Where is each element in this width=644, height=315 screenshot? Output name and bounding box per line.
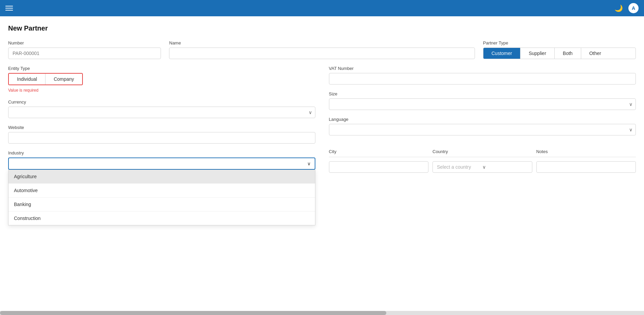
partner-type-label: Partner Type [483, 40, 636, 45]
language-label: Language [329, 117, 636, 122]
website-field-group: Website [8, 125, 315, 144]
partner-type-group: Partner Type Customer Supplier Both Othe… [483, 40, 636, 59]
language-select-wrapper: ∨ [329, 124, 636, 135]
address-section: City Country Notes Select a country ∨ [329, 149, 636, 173]
industry-wrapper: ∨ Agriculture Automotive Banking Constru… [8, 158, 315, 170]
country-placeholder: Select a country [437, 164, 482, 170]
top-bar-right: 🌙 A [614, 3, 639, 13]
page-title: New Partner [8, 24, 636, 32]
dark-mode-icon[interactable]: 🌙 [614, 4, 623, 12]
top-bar-left [5, 6, 13, 11]
entity-type-error: Value is required [8, 88, 315, 93]
size-select[interactable] [329, 98, 636, 110]
entity-type-buttons: Individual Company [8, 73, 83, 85]
right-col: VAT Number Size ∨ Language [329, 66, 636, 173]
name-label: Name [169, 40, 475, 45]
vat-number-label: VAT Number [329, 66, 636, 71]
hamburger-menu[interactable] [5, 6, 13, 11]
entity-type-individual[interactable]: Individual [9, 74, 45, 85]
name-input[interactable] [169, 48, 475, 59]
page-container: New Partner Number Name Partner Type Cus… [0, 16, 644, 315]
dropdown-item-banking[interactable]: Banking [8, 198, 315, 211]
left-col: Entity Type Individual Company Value is … [8, 66, 315, 173]
industry-chevron-icon: ∨ [307, 161, 311, 166]
number-label: Number [8, 40, 161, 45]
website-label: Website [8, 125, 315, 130]
city-field [329, 161, 429, 173]
address-table-header: City Country Notes [329, 149, 636, 157]
partner-type-supplier[interactable]: Supplier [520, 48, 554, 59]
avatar[interactable]: A [628, 3, 639, 13]
dropdown-item-agriculture[interactable]: Agriculture [8, 170, 315, 184]
top-row: Number Name Partner Type Customer Suppli… [8, 40, 636, 59]
country-chevron-icon: ∨ [482, 164, 528, 170]
industry-label: Industry [8, 150, 315, 155]
industry-dropdown: Agriculture Automotive Banking Construct… [8, 170, 315, 225]
entity-type-label: Entity Type [8, 66, 315, 71]
number-input[interactable] [8, 48, 161, 59]
city-header: City [329, 149, 429, 154]
form-section: Entity Type Individual Company Value is … [8, 66, 636, 173]
language-select[interactable] [329, 124, 636, 135]
currency-select-wrapper: ∨ [8, 107, 315, 118]
scrollbar-thumb[interactable] [0, 311, 386, 315]
notes-field [536, 161, 636, 173]
language-field-group: Language ∨ [329, 117, 636, 135]
currency-select[interactable] [8, 107, 315, 118]
partner-type-buttons: Customer Supplier Both Other [483, 48, 636, 59]
industry-input-row[interactable]: ∨ [8, 158, 315, 170]
country-header: Country [433, 149, 532, 154]
currency-label: Currency [8, 99, 315, 105]
city-input[interactable] [329, 161, 429, 173]
size-label: Size [329, 91, 636, 96]
entity-type-group: Entity Type Individual Company Value is … [8, 66, 315, 93]
currency-field-group: Currency ∨ [8, 99, 315, 118]
industry-field-group: Industry ∨ Agriculture Automotive Bankin… [8, 150, 315, 170]
notes-input[interactable] [536, 161, 636, 173]
website-input[interactable] [8, 132, 315, 144]
horizontal-scrollbar[interactable] [0, 311, 644, 315]
vat-number-field-group: VAT Number [329, 66, 636, 85]
entity-type-company[interactable]: Company [45, 74, 82, 85]
country-field: Select a country ∨ [433, 161, 532, 173]
size-select-wrapper: ∨ [329, 98, 636, 110]
dropdown-item-construction[interactable]: Construction [8, 211, 315, 225]
number-field-group: Number [8, 40, 161, 59]
dropdown-item-automotive[interactable]: Automotive [8, 184, 315, 198]
size-field-group: Size ∨ [329, 91, 636, 110]
notes-header: Notes [536, 149, 636, 154]
name-field-group: Name [169, 40, 475, 59]
partner-type-customer[interactable]: Customer [483, 48, 521, 59]
country-select-wrapper[interactable]: Select a country ∨ [433, 161, 532, 173]
partner-type-both[interactable]: Both [555, 48, 581, 59]
address-table-row: Select a country ∨ [329, 157, 636, 173]
partner-type-other[interactable]: Other [581, 48, 609, 59]
top-bar: 🌙 A [0, 0, 644, 16]
vat-number-input[interactable] [329, 73, 636, 85]
